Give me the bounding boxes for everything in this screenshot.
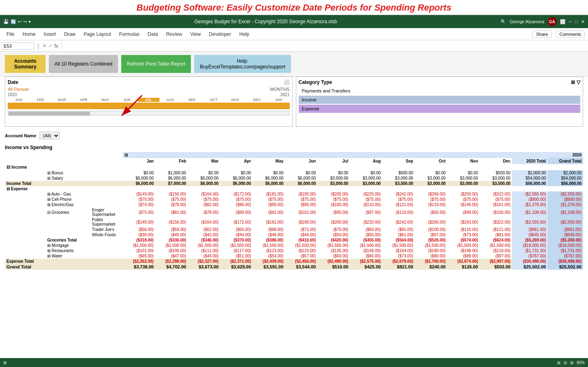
help-button[interactable]: Help: BuyExcelTemplates.com/pages/suppor…	[194, 55, 291, 73]
menu-view[interactable]: View	[187, 30, 204, 39]
month-jan2: JAN	[268, 98, 289, 102]
comments-button[interactable]: Comments	[556, 31, 585, 38]
confirm-formula-icon[interactable]: ✓	[48, 43, 53, 49]
insert-function-icon[interactable]: fx	[55, 43, 58, 49]
bonus-expand[interactable]: ⊞ Bonus	[46, 170, 90, 176]
groctot-mar: ($346.00)	[188, 237, 220, 243]
whole-2020-total: ($645.00)	[512, 232, 547, 237]
electric-expand[interactable]: ⊞ Electric/Gas	[46, 202, 90, 207]
months-label: MONTHS	[270, 87, 290, 92]
col-apr: Apr	[220, 158, 253, 164]
date-filter-collapse-icon[interactable]: ⬜	[284, 79, 290, 85]
rest-mar: ($111.00)	[188, 248, 220, 253]
maximize-icon[interactable]: □	[575, 19, 578, 24]
all-registers-button[interactable]: All 10 Registers Combined	[49, 55, 118, 73]
menu-review[interactable]: Review	[163, 30, 185, 39]
mort-expand[interactable]: ⊞ Mortgage	[46, 243, 90, 248]
month-jan: JAN	[8, 98, 29, 102]
table-row: ⊟ Income	[5, 164, 583, 170]
water-jan: ($45.00)	[123, 253, 155, 259]
auto-sub-empty	[90, 191, 123, 197]
menu-help[interactable]: Help	[236, 30, 253, 39]
cancel-formula-icon[interactable]: ✕	[42, 43, 47, 49]
menu-file[interactable]: File	[3, 30, 17, 39]
water-empty	[5, 253, 46, 259]
electric-may: ($90.00)	[253, 202, 285, 207]
undo-icon[interactable]: ↩	[18, 19, 22, 24]
trader-dec: ($121.00)	[480, 227, 512, 232]
auto-empty	[5, 191, 46, 197]
search-icon[interactable]: 🔍	[501, 19, 506, 24]
refresh-pivot-button[interactable]: Refresh Pivot Table Report	[121, 55, 191, 73]
category-payments[interactable]: Payments and Transfers	[299, 87, 581, 95]
bonus-jun: $0.00	[285, 170, 318, 176]
bonus-apr: $0.00	[220, 170, 253, 176]
income-group-collapse[interactable]: ⊟ Income	[5, 164, 46, 170]
bonus-jul: $0.00	[317, 170, 350, 176]
exptot-grand-total: ($30,498.00)	[548, 259, 583, 264]
menu-data[interactable]: Data	[144, 30, 161, 39]
category-income[interactable]: Income	[299, 96, 581, 104]
groc-expand[interactable]: ⊟ Groceries	[46, 207, 90, 217]
ribbon-collapse-icon[interactable]: ⬜	[560, 19, 566, 24]
table-row: Trader Joe's ($56.00) ($59.00) ($62.00) …	[5, 227, 583, 232]
table-row: Groceries Total ($318.00) ($336.00) ($34…	[5, 237, 583, 243]
income-bonus-sub	[90, 164, 123, 170]
filter-clear-icon[interactable]: ▽	[577, 79, 580, 85]
electric-apr: ($86.00)	[220, 202, 253, 207]
cell-empty	[5, 197, 46, 202]
rest-jun: ($129.00)	[285, 248, 318, 253]
menu-page-layout[interactable]: Page Layout	[80, 30, 114, 39]
save-icon[interactable]: 💾	[3, 19, 9, 24]
water-dec: ($97.00)	[480, 253, 512, 259]
trader-aug: ($83.00)	[350, 227, 383, 232]
auto-expand[interactable]: ⊞ Auto - Gas	[46, 191, 90, 197]
close-icon[interactable]: ✕	[581, 19, 585, 24]
col-header-label2	[46, 158, 90, 164]
whole-sep: ($61.00)	[383, 232, 415, 237]
table-section: Income vs Spending ⊟ 2020 Jan Feb Mar Ap…	[0, 143, 588, 271]
accounts-summary-button[interactable]: Accounts Summary	[5, 55, 46, 73]
grand-nov: $126.00	[447, 264, 480, 270]
menu-formulas[interactable]: Formulas	[116, 30, 143, 39]
exptot-apr: ($2,371.00)	[220, 259, 253, 264]
salary-jan: $6,000.00	[123, 176, 155, 181]
menu-insert[interactable]: Insert	[40, 30, 59, 39]
month-nov: NOV	[225, 98, 246, 102]
cell-reference[interactable]	[2, 42, 34, 50]
groctot-jun: ($410.00)	[285, 237, 318, 243]
table-row: ⊞ Restaurants ($101.00) ($106.00) ($111.…	[5, 248, 583, 253]
filter-options-icon[interactable]: ⊞	[571, 79, 575, 85]
groctot-jan: ($318.00)	[123, 237, 155, 243]
income-total-may: $6,000.00	[253, 181, 285, 186]
menu-draw[interactable]: Draw	[61, 30, 79, 39]
scrollbar-thumb[interactable]	[9, 112, 90, 116]
minimize-icon[interactable]: ─	[569, 19, 572, 24]
col-jul: Jul	[317, 158, 350, 164]
auto-2020-total: ($2,555.00)	[512, 191, 547, 197]
redo-icon[interactable]: ↪	[23, 19, 27, 24]
user-avatar: GA	[548, 17, 557, 26]
expense-group-collapse[interactable]: ⊟ Expense	[5, 186, 46, 191]
account-select[interactable]: (All)	[39, 132, 60, 140]
cell-expand[interactable]: ⊞ Cell Phone	[46, 197, 90, 202]
water-expand[interactable]: ⊞ Water	[46, 253, 90, 259]
salary-expand[interactable]: ⊞ Salary	[46, 176, 90, 181]
kroger-label: Kroger Supermarket	[90, 207, 123, 217]
rest-expand[interactable]: ⊞ Restaurants	[46, 248, 90, 253]
kroger-sep: ($110.00)	[383, 207, 415, 217]
table-row: ⊟ Groceries Kroger Supermarket ($75.00) …	[5, 207, 583, 217]
menu-developer[interactable]: Developer	[205, 30, 234, 39]
exptot-sep: ($2,679.00)	[383, 259, 415, 264]
trader-jun: ($71.00)	[285, 227, 318, 232]
share-button[interactable]: Share	[532, 31, 551, 38]
menu-home[interactable]: Home	[19, 30, 39, 39]
groctot-aug: ($455.00)	[350, 237, 383, 243]
formula-input[interactable]	[65, 43, 586, 49]
publix-feb: ($156.00)	[155, 217, 188, 227]
customize-icon[interactable]: ▾	[28, 19, 31, 24]
autosave-icon[interactable]: 🔄	[11, 19, 16, 24]
salary-sub-empty	[90, 176, 123, 181]
category-expense[interactable]: Expense	[299, 105, 581, 113]
auto-feb: ($156.00)	[155, 191, 188, 197]
